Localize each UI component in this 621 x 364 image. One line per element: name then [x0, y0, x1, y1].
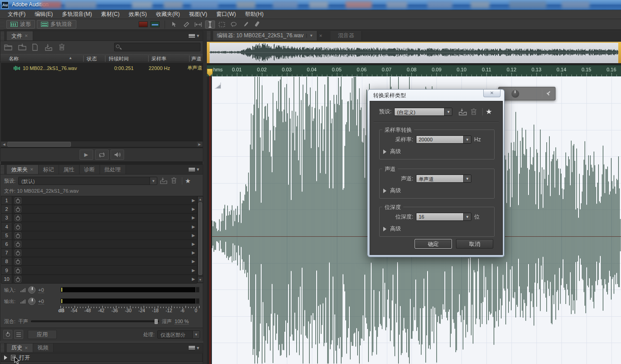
panel-menu-icon[interactable]: ▼	[189, 165, 203, 174]
waveform-view-button[interactable]: 波形	[6, 20, 35, 29]
tab-files[interactable]: 文件 ✕	[7, 31, 33, 40]
menu-item-8[interactable]: 帮助(H)	[241, 10, 268, 19]
spot-healing-tool-icon[interactable]	[252, 20, 262, 29]
column-divider[interactable]	[189, 55, 190, 62]
rack-power-button[interactable]	[3, 330, 12, 339]
scrollbar-thumb[interactable]	[198, 202, 202, 275]
move-tool-icon[interactable]	[170, 20, 180, 29]
effect-slot-5[interactable]: 5▶	[1, 231, 197, 240]
scroll-right-icon[interactable]: ▶	[197, 142, 202, 147]
scroll-down-icon[interactable]: ▼	[198, 277, 203, 282]
auto-play-button[interactable]	[110, 150, 124, 160]
panel-menu-icon[interactable]: ▼	[189, 344, 203, 352]
menu-item-6[interactable]: 视图(V)	[185, 10, 211, 19]
effect-slot-10[interactable]: 10▶	[1, 275, 197, 284]
tab-fx-1[interactable]: 标记	[39, 165, 59, 174]
history-entry-open[interactable]: 打开	[1, 353, 203, 362]
slot-power-button[interactable]	[15, 241, 21, 248]
tab-hist-0[interactable]: 历史✕	[7, 344, 33, 352]
chevron-down-icon[interactable]: ▼	[192, 331, 200, 338]
trash-icon[interactable]	[59, 44, 68, 51]
scroll-up-icon[interactable]: ▲	[198, 197, 203, 202]
chevron-down-icon[interactable]: ▼	[306, 34, 313, 38]
pin-icon[interactable]	[546, 91, 551, 96]
slot-expand-icon[interactable]: ▶	[192, 250, 195, 255]
waveform-overview[interactable]	[207, 42, 621, 63]
column-header-3[interactable]: 采样率	[151, 55, 166, 62]
chevron-down-icon[interactable]: ▼	[444, 108, 452, 115]
selection-left-handle[interactable]	[207, 42, 210, 63]
slot-power-button[interactable]	[15, 249, 21, 256]
save-file-icon[interactable]	[45, 44, 54, 51]
effect-slot-3[interactable]: 3▶	[1, 214, 197, 222]
mix-slider-handle[interactable]	[155, 319, 158, 324]
scrollbar-thumb[interactable]	[7, 142, 71, 147]
time-selection-tool-icon[interactable]	[205, 20, 215, 29]
apply-button[interactable]: 应用	[28, 330, 57, 339]
effect-slot-1[interactable]: 1▶	[1, 196, 197, 205]
timeline-ruler[interactable]: hms 0.010.020.030.040.050.060.070.080.09…	[207, 65, 621, 76]
close-icon[interactable]: ✕	[317, 34, 325, 38]
waveform-display-icon[interactable]	[150, 21, 160, 27]
bit-depth-advanced-toggle[interactable]: 高级	[383, 225, 401, 233]
panel-divider[interactable]	[203, 31, 207, 364]
effect-slot-6[interactable]: 6▶	[1, 240, 197, 249]
tab-fx-4[interactable]: 批处理	[100, 165, 126, 174]
sample-rate-advanced-toggle[interactable]: 高级	[383, 148, 401, 155]
menu-item-1[interactable]: 编辑(E)	[30, 10, 57, 19]
process-combobox[interactable]: 仅选区部分 ▼	[157, 330, 200, 339]
favorite-star-icon[interactable]: ★	[185, 177, 191, 184]
effects-preset-combobox[interactable]: (默认) ▼	[18, 177, 157, 185]
selection-right-handle[interactable]	[618, 42, 621, 63]
favorite-star-icon[interactable]: ★	[486, 107, 492, 116]
input-gain-knob[interactable]	[28, 286, 35, 294]
open-file-icon[interactable]	[4, 44, 13, 51]
save-preset-icon[interactable]	[459, 108, 468, 115]
tab-editor[interactable]: 编辑器: 10 MB02E4_22kS1_76.wav ▼	[213, 31, 317, 40]
table-row[interactable]: 10 MB02...2kS1_76.wav0:00.25122000 Hz单声道	[1, 64, 203, 72]
slot-expand-icon[interactable]: ▶	[192, 198, 195, 203]
slot-power-button[interactable]	[15, 267, 21, 274]
input-gain-value[interactable]: +0	[38, 287, 44, 293]
scroll-left-icon[interactable]: ◀	[1, 142, 7, 147]
close-icon[interactable]: ✕	[30, 167, 34, 172]
ok-button[interactable]: 确定	[415, 239, 452, 249]
effects-vertical-scrollbar[interactable]: ▲ ▼	[197, 196, 203, 283]
file-search-input[interactable]	[114, 43, 200, 51]
column-header-0[interactable]: 名称	[9, 55, 19, 62]
close-icon[interactable]: ✕	[25, 34, 28, 38]
column-header-2[interactable]: 持续时间	[109, 55, 129, 62]
channels-combobox[interactable]: 单声道 ▼	[416, 175, 471, 183]
delete-preset-icon[interactable]	[171, 177, 179, 184]
slip-tool-icon[interactable]	[193, 20, 203, 29]
slot-expand-icon[interactable]: ▶	[192, 224, 195, 229]
slot-power-button[interactable]	[15, 206, 21, 213]
play-button[interactable]: ▶	[80, 150, 93, 160]
menu-item-0[interactable]: 文件(F)	[4, 10, 30, 19]
cancel-button[interactable]: 取消	[456, 239, 493, 249]
tab-mixer[interactable]: 混音器	[331, 31, 362, 40]
output-gain-knob[interactable]	[28, 298, 35, 305]
marquee-selection-tool-icon[interactable]	[217, 20, 227, 29]
hud-volume-knob[interactable]	[511, 90, 520, 98]
dialog-preset-combobox[interactable]: (自定义) ▼	[394, 108, 452, 116]
chevron-down-icon[interactable]: ▼	[463, 213, 471, 220]
multitrack-view-button[interactable]: 多轨混音	[37, 20, 76, 29]
slot-power-button[interactable]	[15, 258, 21, 265]
panel-menu-icon[interactable]: ▼	[189, 31, 203, 40]
slot-expand-icon[interactable]: ▶	[192, 277, 195, 281]
menu-item-7[interactable]: 窗口(W)	[212, 10, 240, 19]
bit-depth-combobox[interactable]: 16 ▼	[416, 213, 471, 221]
sort-ascending-icon[interactable]: ▲	[69, 56, 72, 60]
tab-hist-1[interactable]: 视频	[33, 344, 54, 352]
paintbrush-tool-icon[interactable]	[240, 20, 250, 29]
slot-power-button[interactable]	[15, 214, 21, 221]
slot-power-button[interactable]	[15, 197, 21, 204]
slot-expand-icon[interactable]: ▶	[192, 242, 195, 246]
slot-power-button[interactable]	[15, 276, 21, 283]
import-file-icon[interactable]	[18, 44, 27, 51]
effect-slot-8[interactable]: 8▶	[1, 257, 197, 266]
chevron-down-icon[interactable]: ▼	[463, 175, 471, 182]
column-header-1[interactable]: 状态	[87, 55, 97, 62]
tab-fx-0[interactable]: 效果夹✕	[7, 165, 39, 174]
